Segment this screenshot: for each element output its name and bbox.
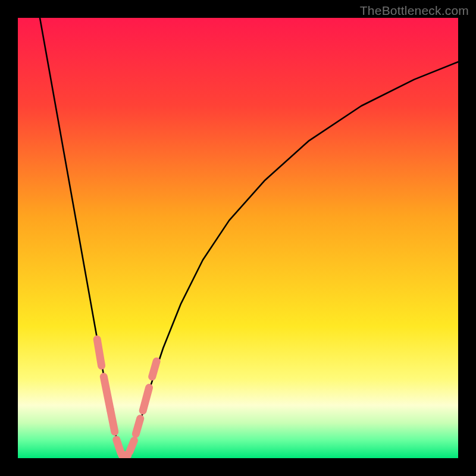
marker-segment	[130, 440, 134, 452]
marker-segment	[97, 339, 101, 365]
marker-segment	[152, 361, 156, 377]
marker-segment	[117, 440, 121, 453]
curve-right-arm	[124, 62, 458, 458]
chart-frame: TheBottleneck.com	[0, 0, 476, 476]
curve-layer	[18, 18, 458, 458]
plot-area	[18, 18, 458, 458]
marker-segment	[136, 418, 140, 434]
marker-segment	[110, 410, 114, 432]
marker-segment	[143, 388, 149, 411]
marker-segment	[104, 377, 110, 410]
watermark-text: TheBottleneck.com	[360, 4, 469, 18]
curve-left-arm	[40, 18, 124, 458]
